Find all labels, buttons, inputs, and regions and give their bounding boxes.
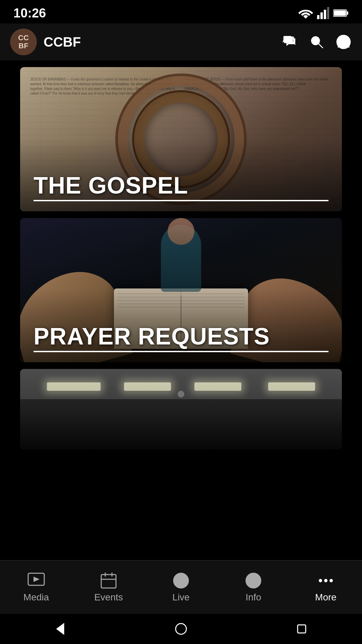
church-card-image [20, 369, 342, 449]
gospel-label: THE GOSPEL [34, 174, 328, 201]
media-icon [27, 572, 45, 589]
gospel-card-image: JESUS OR BARABBAS — it was the governor'… [20, 67, 342, 211]
svg-marker-29 [57, 624, 64, 634]
status-icons [298, 7, 349, 19]
back-button[interactable] [54, 622, 67, 636]
signal-icon [317, 7, 329, 19]
svg-point-26 [319, 579, 322, 582]
app-bar-actions [282, 34, 352, 50]
gospel-underline [34, 200, 328, 201]
svg-marker-16 [34, 577, 40, 582]
battery-icon [333, 8, 349, 18]
status-bar: 10:26 [0, 0, 362, 23]
svg-point-14 [341, 38, 346, 43]
status-time: 10:26 [13, 6, 46, 20]
svg-point-22 [178, 577, 184, 584]
svg-point-30 [176, 624, 186, 634]
svg-line-12 [319, 44, 323, 48]
svg-rect-17 [101, 575, 116, 588]
nav-media-label: Media [23, 592, 49, 603]
prayer-underline [34, 351, 328, 352]
prayer-card-image: PRAYER REQUESTS [20, 218, 342, 362]
prayer-label: PRAYER REQUESTS [34, 325, 328, 352]
wifi-icon [298, 8, 313, 18]
svg-rect-1 [320, 12, 323, 19]
recents-button[interactable] [295, 622, 308, 636]
nav-live[interactable]: Live [156, 569, 206, 606]
prayer-card[interactable]: PRAYER REQUESTS [20, 218, 342, 362]
nav-more[interactable]: More [301, 569, 351, 606]
svg-point-11 [311, 37, 319, 45]
nav-more-label: More [315, 592, 337, 603]
nav-events[interactable]: Events [83, 569, 134, 606]
gospel-card[interactable]: JESUS OR BARABBAS — it was the governor'… [20, 67, 342, 211]
svg-rect-6 [347, 11, 348, 15]
gospel-text: THE GOSPEL [34, 174, 328, 197]
android-nav [0, 614, 362, 644]
svg-rect-0 [317, 15, 319, 19]
app-title: CCBF [44, 35, 282, 50]
bottom-nav: Media Events Live Info More [0, 560, 362, 614]
info-icon [245, 572, 262, 589]
content-area: JESUS OR BARABBAS — it was the governor'… [0, 60, 362, 560]
svg-rect-31 [298, 625, 306, 633]
live-icon [172, 572, 190, 589]
svg-point-28 [329, 579, 333, 582]
messages-button[interactable] [282, 34, 298, 50]
more-icon [317, 572, 335, 589]
profile-button[interactable] [335, 34, 352, 50]
nav-info-label: Info [246, 592, 261, 603]
svg-rect-5 [334, 10, 346, 16]
prayer-text: PRAYER REQUESTS [34, 325, 328, 348]
app-logo[interactable]: CCBF [10, 29, 37, 55]
search-button[interactable] [308, 34, 325, 50]
nav-events-label: Events [94, 592, 123, 603]
app-bar: CCBF CCBF [0, 23, 362, 60]
svg-point-27 [324, 579, 327, 582]
nav-media[interactable]: Media [11, 569, 61, 606]
events-icon [100, 572, 117, 589]
home-button[interactable] [174, 622, 188, 636]
church-card[interactable] [20, 369, 342, 449]
church-overlay [20, 369, 342, 449]
svg-point-25 [253, 576, 254, 578]
nav-live-label: Live [172, 592, 189, 603]
nav-info[interactable]: Info [228, 569, 279, 606]
svg-rect-3 [327, 7, 329, 19]
svg-rect-2 [324, 10, 326, 19]
